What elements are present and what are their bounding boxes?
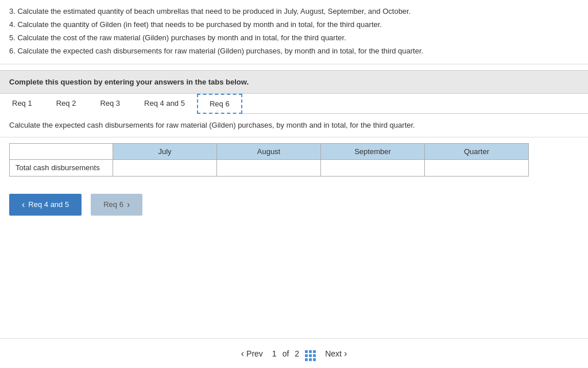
prev-page-label: Prev [246,349,263,358]
page-total: 2 [295,349,299,358]
col-header-september: September [321,143,425,159]
instructions-section: 3. Calculate the estimated quantity of b… [0,0,588,64]
next-chevron-icon [344,348,347,359]
table-row: Total cash disbursements [10,159,529,176]
question-text: Calculate the expected cash disbursement… [0,114,588,137]
quarter-input[interactable] [425,160,528,176]
tab-req3[interactable]: Req 3 [88,94,132,114]
bottom-nav: Prev 1 of 2 Next [0,338,588,368]
next-req-label: Req 6 [103,200,123,209]
chevron-left-icon [22,200,25,210]
chevron-right-icon [127,200,130,210]
september-input[interactable] [321,160,424,176]
september-input-cell[interactable] [321,159,425,176]
tab-req45[interactable]: Req 4 and 5 [132,94,197,114]
july-input-cell[interactable] [113,159,217,176]
prev-req-label: Req 4 and 5 [28,200,69,209]
table-section: July August September Quarter Total cash… [0,137,588,182]
prev-chevron-icon [241,348,244,359]
prev-page-button[interactable]: Prev [241,348,263,359]
col-header-quarter: Quarter [425,143,529,159]
august-input[interactable] [217,160,320,176]
col-header-july: July [113,143,217,159]
instruction-item-3: 3. Calculate the estimated quantity of b… [9,5,579,18]
page-current: 1 [272,349,277,358]
tab-req6[interactable]: Req 6 [197,94,242,114]
tabs-container: Req 1 Req 2 Req 3 Req 4 and 5 Req 6 [0,94,588,114]
tab-req1[interactable]: Req 1 [0,94,44,114]
prev-req-button[interactable]: Req 4 and 5 [9,194,82,216]
grid-icon[interactable] [305,346,316,361]
of-text: of [283,349,289,358]
tab-req2[interactable]: Req 2 [44,94,88,114]
instruction-item-5: 5. Calculate the cost of the raw materia… [9,32,579,44]
row-label: Total cash disbursements [10,159,113,176]
july-input[interactable] [113,160,216,176]
nav-buttons-section: Req 4 and 5 Req 6 [0,186,588,224]
next-page-button[interactable]: Next [325,348,347,359]
col-header-empty [10,143,113,159]
page-indicator: 1 of 2 [272,346,316,361]
col-header-august: August [217,143,321,159]
complete-banner: Complete this question by entering your … [0,70,588,94]
quarter-input-cell[interactable] [425,159,529,176]
cash-disbursements-table: July August September Quarter Total cash… [9,143,529,177]
instruction-item-6: 6. Calculate the expected cash disbursem… [9,45,579,57]
next-page-label: Next [325,349,342,358]
next-req-button[interactable]: Req 6 [91,194,142,216]
instruction-item-4: 4. Calculate the quantity of Gilden (in … [9,18,579,31]
august-input-cell[interactable] [217,159,321,176]
